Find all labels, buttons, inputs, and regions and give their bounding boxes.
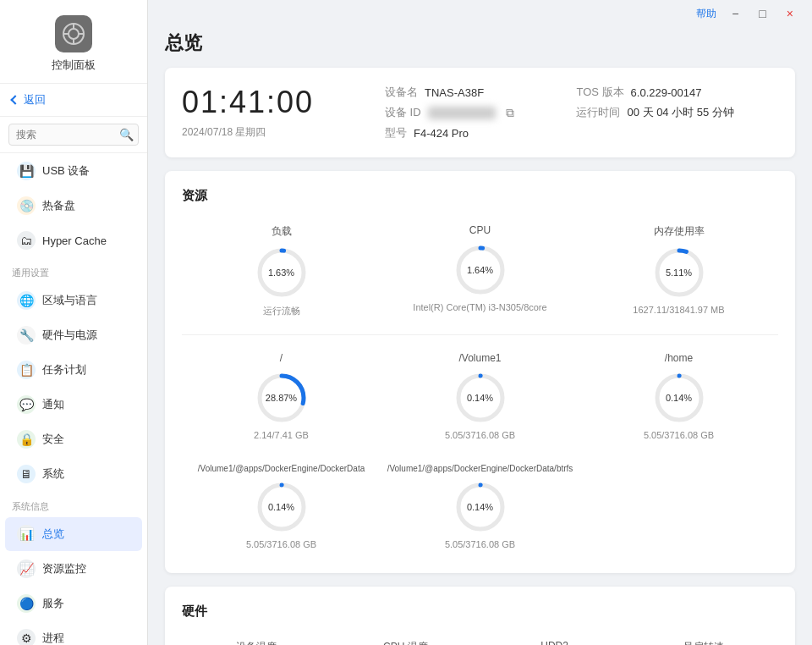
maximize-button[interactable]: □ bbox=[754, 5, 771, 22]
sidebar-item-process[interactable]: ⚙ 进程 bbox=[5, 621, 142, 645]
info-row-tos: TOS 版本 6.0.229-00147 bbox=[576, 85, 733, 100]
resmon-icon: 📈 bbox=[17, 560, 36, 578]
gauge-text: 0.14% bbox=[467, 502, 493, 512]
hw-device-temp: 设备温度 44 °C / 111.20 °F bbox=[182, 633, 331, 645]
info-label: 型号 bbox=[385, 125, 407, 141]
sidebar-item-label: 资源监控 bbox=[42, 561, 86, 576]
info-label: 运行时间 bbox=[576, 105, 620, 120]
time-section: 01:41:00 2024/07/18 星期四 bbox=[182, 85, 351, 140]
sidebar-item-label: 进程 bbox=[42, 631, 64, 645]
resources-title: 资源 bbox=[182, 188, 778, 204]
minimize-button[interactable]: − bbox=[727, 5, 743, 22]
divider bbox=[182, 334, 778, 335]
sidebar-logo bbox=[55, 15, 92, 52]
page-title: 总览 bbox=[165, 30, 795, 56]
sidebar-header: 控制面板 bbox=[0, 0, 147, 84]
main-content: 总览 01:41:00 2024/07/18 星期四 设备名 TNAS-A38F… bbox=[148, 27, 812, 645]
sidebar-item-overview[interactable]: 📊 总览 bbox=[5, 517, 142, 551]
sidebar-item-notify[interactable]: 💬 通知 bbox=[5, 388, 142, 422]
info-label: 设备名 bbox=[385, 85, 418, 100]
sidebar-item-label: 硬件与电源 bbox=[42, 328, 97, 343]
disk-item-volume1: /Volume1 0.14% 5.05/3716.08 GB bbox=[381, 345, 579, 447]
info-label: TOS 版本 bbox=[576, 85, 623, 100]
region-icon: 🌐 bbox=[17, 291, 36, 310]
security-icon: 🔒 bbox=[17, 430, 36, 449]
disk-item-root: / 28.87% 2.14/7.41 GB bbox=[182, 345, 381, 447]
hw-cpu-temp: CPU 温度 55 °C / 131.00 °F bbox=[331, 633, 480, 645]
gauge-circle-cpu: 1.64% bbox=[453, 243, 508, 297]
gauge-sub: 1627.11/31841.97 MB bbox=[633, 305, 724, 315]
sidebar-item-hotdisk[interactable]: 💿 热备盘 bbox=[5, 189, 142, 223]
gauge-circle-load: 1.63% bbox=[255, 245, 309, 300]
help-link[interactable]: 帮助 bbox=[696, 7, 716, 21]
hardware-row: 设备温度 44 °C / 111.20 °F CPU 温度 bbox=[182, 633, 778, 645]
back-button[interactable]: 返回 bbox=[0, 84, 147, 117]
gauge-memory: 内存使用率 5.11% 1627.11/31841.97 MB bbox=[579, 218, 778, 324]
info-card: 01:41:00 2024/07/18 星期四 设备名 TNAS-A38F TO… bbox=[165, 68, 795, 157]
sidebar-item-tasks[interactable]: 📋 任务计划 bbox=[5, 353, 142, 387]
usb-icon: 💾 bbox=[17, 162, 36, 180]
gauge-sub: 运行流畅 bbox=[263, 305, 300, 317]
hw-label: HDD2 bbox=[540, 640, 568, 645]
info-row-device-name: 设备名 TNAS-A38F bbox=[385, 85, 542, 100]
disk-size: 5.05/3716.08 GB bbox=[445, 539, 515, 549]
sidebar-title: 控制面板 bbox=[52, 58, 96, 73]
disk-size: 2.14/7.41 GB bbox=[254, 430, 309, 440]
disk-row-2: /Volume1/@apps/DockerEngine/DockerData 0… bbox=[182, 457, 778, 556]
gauge-text: 0.14% bbox=[467, 393, 493, 403]
svg-point-1 bbox=[69, 29, 79, 39]
gauges-row: 负载 1.63% 运行流畅 CPU bbox=[182, 218, 778, 324]
gauge-text: 0.14% bbox=[666, 393, 692, 403]
sidebar-item-resmon[interactable]: 📈 资源监控 bbox=[5, 552, 142, 586]
sidebar-group-devices: 💾 USB 设备 💿 热备盘 🗂 Hyper Cache bbox=[0, 153, 147, 258]
sidebar-item-hypercache[interactable]: 🗂 Hyper Cache bbox=[5, 223, 142, 257]
disk-item-home: /home 0.14% 5.05/3716.08 GB bbox=[579, 345, 778, 447]
disk-item-docker: /Volume1/@apps/DockerEngine/DockerData 0… bbox=[182, 457, 381, 556]
sidebar-item-label: 热备盘 bbox=[42, 198, 75, 213]
hardware-card: 硬件 设备温度 44 °C / 111.20 °F CPU 温度 bbox=[165, 587, 795, 645]
hypercache-icon: 🗂 bbox=[17, 231, 36, 250]
sidebar-item-services[interactable]: 🔵 服务 bbox=[5, 587, 142, 620]
process-icon: ⚙ bbox=[17, 629, 36, 645]
tasks-icon: 📋 bbox=[17, 361, 36, 379]
sidebar-item-usb[interactable]: 💾 USB 设备 bbox=[5, 154, 142, 188]
gauge-cpu: CPU 1.64% Intel(R) Core(TM) i3-N305/8cor… bbox=[381, 218, 579, 324]
gauge-text: 1.63% bbox=[268, 267, 294, 278]
gauge-text: 1.64% bbox=[467, 265, 493, 275]
notify-icon: 💬 bbox=[17, 395, 36, 414]
date-display: 2024/07/18 星期四 bbox=[182, 125, 351, 140]
gauge-circle-disk0: 28.87% bbox=[255, 371, 309, 425]
info-label: 设备 ID bbox=[385, 105, 421, 120]
gauge-label: CPU bbox=[469, 224, 491, 236]
hw-hdd2-temp: HDD2 43 °C / 109.40 °F bbox=[480, 633, 629, 645]
search-icon[interactable]: 🔍 bbox=[119, 128, 134, 141]
device-id-value: ••••••••••••• bbox=[428, 107, 496, 119]
gauge-text: 0.14% bbox=[268, 502, 294, 512]
sidebar-item-region[interactable]: 🌐 区域与语言 bbox=[5, 284, 142, 317]
gauge-circle-disk3: 0.14% bbox=[255, 480, 309, 534]
gauge-circle-disk2: 0.14% bbox=[652, 371, 706, 425]
hw-label: 设备温度 bbox=[236, 640, 277, 645]
info-row-model: 型号 F4-424 Pro bbox=[385, 125, 542, 141]
sidebar-item-system[interactable]: 🖥 系统 bbox=[5, 457, 142, 491]
sidebar-item-label: 任务计划 bbox=[42, 362, 86, 378]
tos-value: 6.0.229-00147 bbox=[631, 86, 702, 99]
main-panel: 帮助 − □ × 总览 01:41:00 2024/07/18 星期四 设备名 … bbox=[148, 0, 812, 645]
disk-size: 5.05/3716.08 GB bbox=[644, 430, 714, 440]
copy-icon[interactable]: ⧉ bbox=[506, 106, 514, 120]
gauge-sub: Intel(R) Core(TM) i3-N305/8core bbox=[413, 302, 546, 312]
gauge-label: 负载 bbox=[272, 224, 292, 239]
sidebar-item-hardware[interactable]: 🔧 硬件与电源 bbox=[5, 318, 142, 352]
disk-label: / bbox=[280, 352, 283, 364]
disk-label: /Volume1/@apps/DockerEngine/DockerData/b… bbox=[387, 464, 573, 473]
disk-item-btrfs: /Volume1/@apps/DockerEngine/DockerData/b… bbox=[381, 457, 579, 556]
model-value: F4-424 Pro bbox=[414, 127, 469, 140]
sidebar-item-label: USB 设备 bbox=[42, 163, 90, 179]
disk-label: /home bbox=[665, 352, 693, 364]
sidebar-item-label: Hyper Cache bbox=[42, 234, 107, 247]
hw-label: 风扇转速 bbox=[683, 640, 724, 645]
close-button[interactable]: × bbox=[782, 5, 798, 22]
sidebar-item-security[interactable]: 🔒 安全 bbox=[5, 422, 142, 456]
info-row-uptime: 运行时间 00 天 04 小时 55 分钟 bbox=[576, 105, 733, 120]
disk-size: 5.05/3716.08 GB bbox=[445, 430, 515, 440]
